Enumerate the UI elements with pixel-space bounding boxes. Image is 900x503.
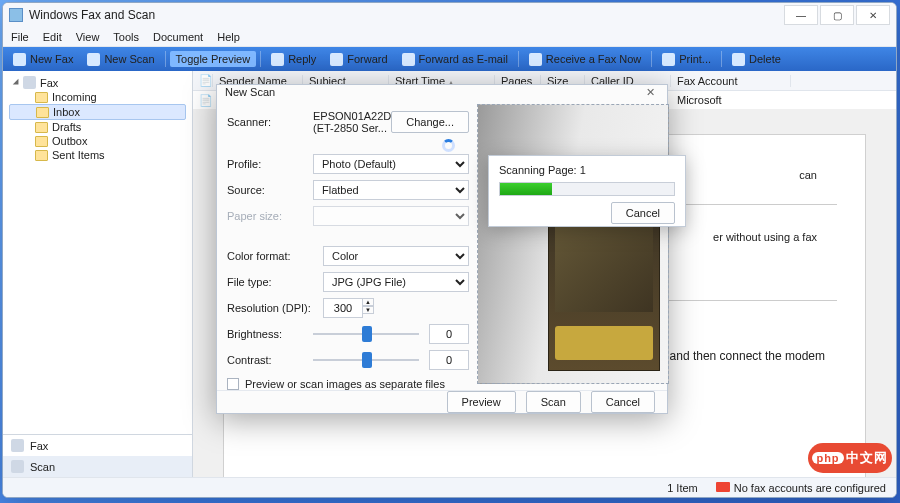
app-icon bbox=[9, 8, 23, 22]
contrast-slider[interactable] bbox=[313, 352, 419, 368]
progress-bar bbox=[499, 182, 675, 196]
contrast-label: Contrast: bbox=[227, 354, 313, 366]
change-scanner-button[interactable]: Change... bbox=[391, 111, 469, 133]
toolbar: New Fax New Scan Toggle Preview Reply Fo… bbox=[3, 47, 896, 71]
folder-icon bbox=[35, 150, 48, 161]
reply-icon bbox=[271, 53, 284, 66]
title-bar: Windows Fax and Scan — ▢ ✕ bbox=[3, 3, 896, 27]
paper-size-select bbox=[313, 206, 469, 226]
switch-fax[interactable]: Fax bbox=[3, 435, 192, 456]
mail-icon bbox=[402, 53, 415, 66]
folder-icon bbox=[35, 92, 48, 103]
dialog-cancel-button[interactable]: Cancel bbox=[591, 391, 655, 413]
paper-size-label: Paper size: bbox=[227, 210, 313, 222]
loading-spinner-icon bbox=[442, 139, 455, 152]
toggle-preview-button[interactable]: Toggle Preview bbox=[170, 51, 257, 67]
scanner-icon bbox=[87, 53, 100, 66]
progress-label: Scanning Page: 1 bbox=[499, 164, 675, 176]
print-icon bbox=[662, 53, 675, 66]
status-items: 1 Item bbox=[667, 482, 698, 494]
watermark-badge: php中文网 bbox=[808, 443, 892, 473]
status-nofax: No fax accounts are configured bbox=[716, 482, 886, 494]
forward-icon bbox=[330, 53, 343, 66]
col-icon[interactable]: 📄 bbox=[193, 74, 213, 87]
flag-icon bbox=[716, 482, 730, 492]
progress-cancel-button[interactable]: Cancel bbox=[611, 202, 675, 224]
resolution-input[interactable] bbox=[323, 298, 363, 318]
dpi-down-button[interactable]: ▼ bbox=[362, 306, 374, 314]
switch-scan[interactable]: Scan bbox=[3, 456, 192, 477]
dialog-title: New Scan bbox=[225, 86, 275, 98]
dialog-preview-button[interactable]: Preview bbox=[447, 391, 516, 413]
reply-button[interactable]: Reply bbox=[265, 51, 322, 68]
brightness-label: Brightness: bbox=[227, 328, 313, 340]
source-select[interactable]: Flatbed bbox=[313, 180, 469, 200]
menu-file[interactable]: File bbox=[11, 31, 29, 43]
folder-icon bbox=[35, 136, 48, 147]
brightness-slider[interactable] bbox=[313, 326, 419, 342]
expand-icon bbox=[13, 78, 21, 86]
tree-incoming[interactable]: Incoming bbox=[9, 90, 186, 104]
source-label: Source: bbox=[227, 184, 313, 196]
receive-icon bbox=[529, 53, 542, 66]
color-format-label: Color format: bbox=[227, 250, 313, 262]
view-switcher: Fax Scan bbox=[3, 434, 192, 477]
menu-document[interactable]: Document bbox=[153, 31, 203, 43]
tree-sent[interactable]: Sent Items bbox=[9, 148, 186, 162]
minimize-button[interactable]: — bbox=[784, 5, 818, 25]
dialog-close-button[interactable]: ✕ bbox=[641, 86, 659, 99]
delete-button[interactable]: Delete bbox=[726, 51, 787, 68]
new-fax-button[interactable]: New Fax bbox=[7, 51, 79, 68]
menu-help[interactable]: Help bbox=[217, 31, 240, 43]
color-format-select[interactable]: Color bbox=[323, 246, 469, 266]
menu-bar: File Edit View Tools Document Help bbox=[3, 27, 896, 47]
status-bar: 1 Item No fax accounts are configured bbox=[3, 477, 896, 497]
tree-drafts[interactable]: Drafts bbox=[9, 120, 186, 134]
file-type-label: File type: bbox=[227, 276, 313, 288]
tree-root-fax[interactable]: Fax bbox=[9, 75, 186, 90]
menu-view[interactable]: View bbox=[76, 31, 100, 43]
window-title: Windows Fax and Scan bbox=[29, 8, 784, 22]
scanner-name: EPSON01A22D (ET-2850 Ser... bbox=[313, 110, 391, 134]
delete-icon bbox=[732, 53, 745, 66]
brightness-value[interactable] bbox=[429, 324, 469, 344]
separate-files-checkbox[interactable]: Preview or scan images as separate files bbox=[227, 378, 469, 390]
folder-icon bbox=[35, 122, 48, 133]
cell-account: Microsoft bbox=[671, 94, 791, 106]
scanner-label: Scanner: bbox=[227, 116, 313, 128]
profile-select[interactable]: Photo (Default) bbox=[313, 154, 469, 174]
menu-tools[interactable]: Tools bbox=[113, 31, 139, 43]
folder-tree: Fax Incoming Inbox Drafts Outbox Sent It… bbox=[3, 71, 192, 434]
tree-outbox[interactable]: Outbox bbox=[9, 134, 186, 148]
checkbox-icon bbox=[227, 378, 239, 390]
forward-email-button[interactable]: Forward as E-mail bbox=[396, 51, 514, 68]
resolution-label: Resolution (DPI): bbox=[227, 302, 313, 314]
scan-preview-area[interactable] bbox=[477, 104, 669, 384]
dpi-up-button[interactable]: ▲ bbox=[362, 298, 374, 306]
folder-icon bbox=[36, 107, 49, 118]
fax-folder-icon bbox=[23, 76, 36, 89]
scan-progress-popup: Scanning Page: 1 Cancel bbox=[488, 155, 686, 227]
scanner-icon bbox=[11, 460, 24, 473]
fax-icon bbox=[11, 439, 24, 452]
contrast-value[interactable] bbox=[429, 350, 469, 370]
tree-inbox[interactable]: Inbox bbox=[9, 104, 186, 120]
new-scan-dialog: New Scan ✕ Scanner: EPSON01A22D (ET-2850… bbox=[216, 84, 668, 414]
print-button[interactable]: Print... bbox=[656, 51, 717, 68]
maximize-button[interactable]: ▢ bbox=[820, 5, 854, 25]
profile-label: Profile: bbox=[227, 158, 313, 170]
dialog-scan-button[interactable]: Scan bbox=[526, 391, 581, 413]
close-button[interactable]: ✕ bbox=[856, 5, 890, 25]
file-type-select[interactable]: JPG (JPG File) bbox=[323, 272, 469, 292]
menu-edit[interactable]: Edit bbox=[43, 31, 62, 43]
receive-fax-button[interactable]: Receive a Fax Now bbox=[523, 51, 647, 68]
new-scan-button[interactable]: New Scan bbox=[81, 51, 160, 68]
col-account[interactable]: Fax Account bbox=[671, 75, 791, 87]
fax-icon bbox=[13, 53, 26, 66]
forward-button[interactable]: Forward bbox=[324, 51, 393, 68]
